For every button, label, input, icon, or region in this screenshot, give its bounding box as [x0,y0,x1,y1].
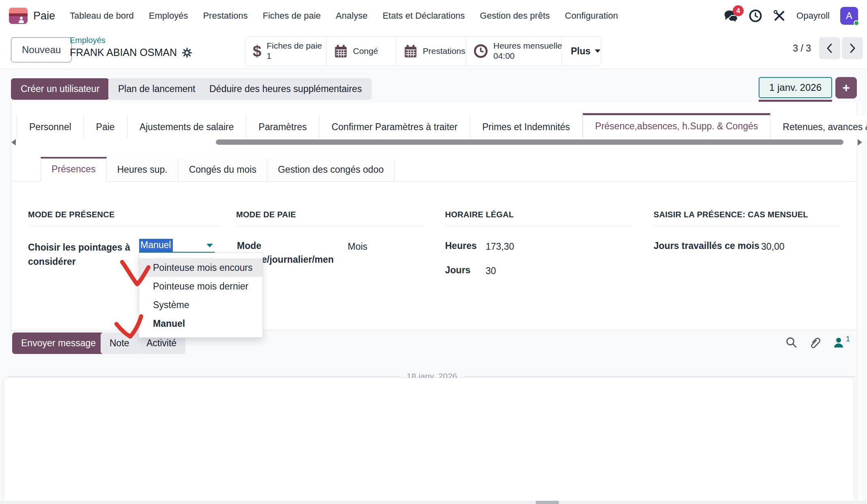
option-systeme[interactable]: Système [139,296,262,314]
option-pointeuse-mois-dernier[interactable]: Pointeuse mois dernier [139,277,262,296]
pager-previous-button[interactable] [819,37,840,59]
logo-person-icon [19,20,24,23]
mode-overflow-text: e/journalier/men [262,254,334,265]
menu-payslips[interactable]: Fiches de paie [263,11,321,21]
search-messages-icon[interactable] [785,337,798,349]
tab-primes-indemnites[interactable]: Primes et Indemnités [470,116,583,138]
tab-confirmer-parametres[interactable]: Confirmer Paramètres à traiter [319,116,470,138]
section-mode-de-paie: MODE DE PAIE [236,210,423,226]
breadcrumb-record: FRANK ABIAN OSMAN [70,47,192,58]
user-avatar[interactable]: A [840,7,858,25]
form-sheet: Personnel Paie Ajustements de salaire Pa… [11,102,857,330]
breadcrumb-parent[interactable]: Employés [70,36,192,45]
subtab-gestion-conges-odoo[interactable]: Gestion des congés odoo [267,159,395,181]
online-status-dot [854,20,859,26]
menu-worked-entries[interactable]: Prestations [203,11,247,21]
more-button[interactable]: Plus [562,36,601,66]
navbar-right: 4 Opayroll A [723,7,858,25]
menu-reports[interactable]: Etats et Déclarations [383,11,465,21]
menu-loans[interactable]: Gestion des prêts [480,11,550,21]
pager-count: 3 / 3 [793,43,811,54]
heures-value[interactable]: 173,30 [486,241,514,252]
action-row: Créer un utilisateur Plan de lancement D… [0,69,867,102]
chatter-message-panel [4,378,854,501]
period-date-underline [759,100,832,102]
chevron-down-icon [595,49,600,53]
menu-employees[interactable]: Employés [149,11,188,21]
stat-payslips[interactable]: $ Fiches de paie 1 [245,36,327,66]
logo-person-icon [20,17,23,19]
sub-notebook-tabs: Présences Heures sup. Congés du mois Ges… [11,157,857,182]
period-date-field[interactable]: 1 janv. 2026 [759,77,832,98]
tab-retenues-avances[interactable]: Retenues, avances &prêts [770,116,867,138]
activities-clock-icon[interactable] [749,9,762,23]
calendar-icon [404,44,417,58]
stat-payslips-value: 1 [267,51,322,61]
tab-parametres[interactable]: Paramètres [246,116,319,138]
jours-value[interactable]: 30 [486,266,496,277]
stat-work-entries[interactable]: Prestations [396,36,466,66]
mode-field-value[interactable]: Mois [348,241,368,252]
pager-next-button[interactable] [842,37,863,59]
bottom-scrollbar-thumb[interactable] [536,501,559,504]
option-pointeuse-mois-encours[interactable]: Pointeuse mois encours [139,258,262,277]
tabs-scrollbar-thumb[interactable] [216,139,843,145]
messages-icon[interactable]: 4 [723,9,738,22]
logo-band [9,8,28,13]
option-manuel[interactable]: Manuel [139,314,262,333]
launch-plan-button[interactable]: Plan de lancement [108,78,205,100]
vertical-scrollbar-track[interactable] [857,102,862,504]
bottom-scrollbar-track[interactable] [0,501,867,504]
send-message-button[interactable]: Envoyer message [12,332,105,354]
top-navbar: Paie Tableau de bord Employés Prestation… [0,0,867,32]
stat-work-entries-label: Prestations [423,46,465,56]
menu-analysis[interactable]: Analyse [336,11,368,21]
tabs-scroll-right-arrow[interactable] [858,139,862,146]
create-user-button[interactable]: Créer un utilisateur [11,78,109,100]
avatar-initial: A [846,11,852,21]
menu-configuration[interactable]: Configuration [565,11,618,21]
pointages-dropdown-menu: Pointeuse mois encours Pointeuse mois de… [139,253,263,338]
app-logo-icon[interactable] [9,8,28,24]
tab-ajustements-salaire[interactable]: Ajustements de salaire [127,116,247,138]
clock-icon [473,44,488,58]
debug-tools-icon[interactable] [773,9,786,22]
jours-travailles-value[interactable]: 30,00 [761,241,785,252]
app-name[interactable]: Paie [33,10,55,22]
log-note-button[interactable]: Note [101,332,138,354]
control-panel: Nouveau Employés FRANK ABIAN OSMAN [0,32,867,69]
stat-buttons: $ Fiches de paie 1 [245,36,601,66]
notebook-tabs: Personnel Paie Ajustements de salaire Pa… [17,113,867,138]
subtab-conges-du-mois[interactable]: Congés du mois [179,159,267,181]
jours-travailles-label: Jours travaillés ce mois [654,240,759,251]
dollar-icon: $ [253,43,261,60]
tab-paie[interactable]: Paie [84,116,127,138]
chatter-icons: 1 [785,337,850,350]
mode-field-label: Mode [237,240,261,251]
followers-button[interactable]: 1 [833,337,850,349]
attachment-paperclip-icon[interactable] [809,337,821,350]
tab-personnel[interactable]: Personnel [17,116,84,138]
company-name[interactable]: Opayroll [796,11,830,21]
stat-leave-label: Congé [353,46,378,56]
follower-person-icon [833,337,845,349]
stat-monthly-hours[interactable]: Heures mensuelles 04:00 [466,36,562,66]
section-mode-de-presence: MODE DE PRÉSENCE [28,210,221,226]
pointages-field-label: Choisir les pointages à considérer [28,240,138,269]
stat-payslips-label: Fiches de paie [267,41,322,51]
menu-dashboard[interactable]: Tableau de bord [70,11,134,21]
pointages-select[interactable]: Manuel [139,239,215,253]
stat-leave[interactable]: Congé [327,36,396,66]
subtab-presences[interactable]: Présences [41,157,107,182]
gear-icon[interactable] [182,47,192,58]
deduct-overtime-button[interactable]: Déduire des heures supplémentaires [200,78,372,100]
tabs-scroll-left-arrow[interactable] [11,139,16,146]
subtab-heures-sup[interactable]: Heures sup. [107,159,179,181]
stat-monthly-hours-value: 04:00 [493,51,566,61]
messages-badge: 4 [733,5,744,16]
new-button[interactable]: Nouveau [11,37,72,62]
add-period-button[interactable]: + [835,77,857,99]
tab-presence-absences[interactable]: Présence,absences, h.Supp. & Congés [583,113,770,138]
jours-label: Jours [445,265,471,276]
section-horaire-legal: HORAIRE LÉGAL [445,210,632,226]
